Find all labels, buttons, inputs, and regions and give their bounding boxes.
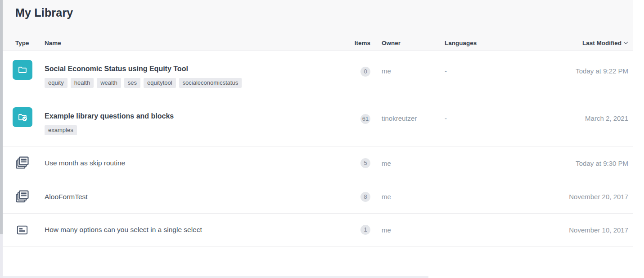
single-card-icon: [14, 223, 29, 237]
asset-name: Example library questions and blocks: [45, 111, 343, 121]
folder-icon: [13, 60, 32, 80]
items-count-badge: 1: [360, 225, 370, 235]
languages-label: -: [442, 51, 564, 75]
items-count-badge: 8: [360, 192, 370, 202]
my-library-page: My Library Type Name Items Owner Languag…: [0, 0, 644, 278]
owner-label: me: [379, 193, 442, 201]
table-row[interactable]: Social Economic Status using Equity Tool…: [3, 51, 633, 98]
owner-label: tinokreutzer: [379, 98, 442, 122]
languages-label: -: [442, 98, 564, 122]
column-header-type: Type: [10, 40, 45, 46]
table-row[interactable]: Example library questions and blocks exa…: [3, 98, 633, 146]
tag: health: [71, 78, 94, 88]
page-title: My Library: [15, 6, 633, 19]
tag-list: examples: [45, 125, 343, 135]
tag: socialeconomicstatus: [179, 78, 242, 88]
asset-name: Use month as skip routine: [45, 159, 343, 167]
column-header-items: Items: [343, 40, 379, 46]
library-content: My Library Type Name Items Owner Languag…: [3, 0, 633, 246]
table-header-row: Type Name Items Owner Languages Last Mod…: [3, 39, 633, 50]
table-row[interactable]: AlooFormTest 8 me November 20, 2017: [3, 180, 633, 214]
tag-list: equityhealthwealthsesequitytoolsocialeco…: [45, 78, 343, 88]
last-modified-label: March 2, 2021: [564, 98, 633, 122]
items-count-badge: 61: [360, 114, 370, 124]
folder-check-icon: [13, 107, 32, 127]
items-count-badge: 0: [360, 67, 370, 77]
asset-name: AlooFormTest: [45, 193, 343, 201]
items-count-badge: 5: [360, 158, 370, 168]
owner-label: me: [379, 160, 442, 167]
chevron-down-icon: [623, 39, 628, 46]
owner-label: me: [379, 51, 442, 75]
tag: equity: [45, 78, 68, 88]
owner-label: me: [379, 226, 442, 234]
horizontal-scrollbar-track[interactable]: [3, 276, 428, 278]
stacked-pages-icon: [14, 155, 31, 171]
column-header-last-modified[interactable]: Last Modified: [564, 39, 633, 46]
asset-name: How many options can you select in a sin…: [45, 226, 343, 234]
asset-name: Social Economic Status using Equity Tool: [45, 64, 343, 74]
last-modified-label: November 20, 2017: [564, 193, 633, 201]
last-modified-label: Today at 9:22 PM: [564, 51, 633, 75]
tag: ses: [124, 78, 140, 88]
column-header-name: Name: [45, 40, 343, 46]
tag: examples: [45, 125, 77, 135]
last-modified-label: Today at 9:30 PM: [564, 160, 633, 167]
table-row[interactable]: Use month as skip routine 5 me Today at …: [3, 146, 633, 180]
last-modified-label: November 10, 2017: [564, 226, 633, 234]
library-header: My Library Type Name Items Owner Languag…: [3, 0, 633, 51]
table-row[interactable]: How many options can you select in a sin…: [3, 214, 633, 246]
column-header-owner: Owner: [379, 40, 442, 46]
stacked-pages-icon: [14, 189, 31, 205]
tag: equitytool: [144, 78, 176, 88]
tag: wealth: [97, 78, 121, 88]
column-header-languages: Languages: [442, 40, 564, 46]
